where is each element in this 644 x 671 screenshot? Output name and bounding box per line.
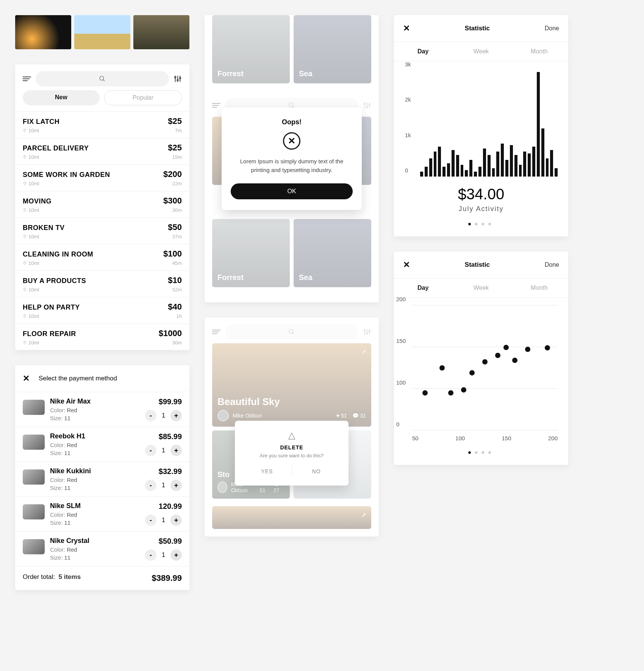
svg-line-1	[103, 80, 105, 81]
task-row[interactable]: MOVING$30010ml30m	[15, 191, 189, 217]
share-icon[interactable]: ↗	[361, 349, 366, 356]
tab-day[interactable]: Day	[394, 278, 452, 297]
bar	[550, 150, 553, 177]
task-row[interactable]: HELP ON PARTY$4010ml1h	[15, 297, 189, 324]
qty-value: 1	[162, 447, 165, 454]
task-row[interactable]: FIX LATCH$2510ml7m	[15, 111, 189, 138]
qty-minus-button[interactable]: -	[145, 445, 156, 456]
tab-month[interactable]: Month	[510, 42, 568, 61]
close-icon[interactable]: ✕	[403, 260, 410, 270]
done-button[interactable]: Done	[545, 261, 559, 268]
svg-point-13	[25, 262, 25, 263]
bar	[438, 147, 441, 177]
bar	[483, 149, 486, 177]
avatar[interactable]	[217, 410, 229, 421]
product-size: Size: 11	[50, 450, 140, 456]
svg-point-3	[175, 77, 176, 78]
svg-point-12	[25, 236, 25, 236]
task-row[interactable]: PARCEL DELIVERY$2510ml15m	[15, 138, 189, 164]
search-input[interactable]	[225, 324, 358, 339]
scatter-point	[422, 390, 428, 396]
cart-item: Nike Air Max Color: Red Size: 11 $99.99 …	[15, 392, 189, 427]
share-icon[interactable]: ↗	[361, 511, 366, 519]
search-input[interactable]	[36, 71, 169, 86]
pager-dots[interactable]: ●●●●	[394, 449, 568, 456]
scatter-point	[461, 387, 466, 393]
filter-icon[interactable]	[363, 328, 371, 336]
gallery-card[interactable]: Forrest	[212, 15, 290, 83]
menu-icon[interactable]	[212, 330, 220, 334]
svg-point-32	[369, 330, 370, 332]
search-icon	[99, 75, 106, 82]
bar	[456, 155, 459, 177]
qty-minus-button[interactable]: -	[145, 515, 156, 526]
yes-button[interactable]: YES	[242, 466, 292, 477]
bar	[461, 165, 464, 177]
tab-day[interactable]: Day	[394, 42, 452, 61]
tab-new[interactable]: New	[23, 90, 100, 105]
bar	[510, 145, 513, 177]
thumb-bokeh[interactable]	[15, 15, 71, 49]
pager-dots[interactable]: ●●●●	[394, 221, 568, 227]
tab-month[interactable]: Month	[510, 278, 568, 297]
qty-minus-button[interactable]: -	[145, 549, 156, 561]
gallery-card[interactable]: ↗	[212, 506, 371, 529]
qty-plus-button[interactable]: +	[170, 515, 182, 526]
scatter-point	[469, 370, 475, 375]
oops-modal: Oops! ✕ Lorem Ipsum is simply dummy text…	[222, 108, 362, 210]
thumb-field[interactable]	[74, 15, 130, 49]
task-row[interactable]: BROKEN TV$5010ml37m	[15, 217, 189, 244]
search-icon	[288, 328, 295, 335]
qty-plus-button[interactable]: +	[170, 445, 182, 456]
qty-minus-button[interactable]: -	[145, 410, 156, 421]
gridline	[412, 430, 558, 430]
bar	[425, 167, 428, 177]
qty-plus-button[interactable]: +	[170, 480, 182, 491]
delete-modal: △ DELETE Are you sure want to do this? Y…	[235, 421, 349, 486]
bar	[478, 167, 481, 177]
qty-minus-button[interactable]: -	[145, 480, 156, 491]
tab-week[interactable]: Week	[452, 278, 510, 297]
close-icon[interactable]: ✕	[23, 374, 30, 383]
done-button[interactable]: Done	[545, 25, 559, 32]
no-button[interactable]: NO	[292, 466, 341, 477]
gallery-card-large[interactable]: ↗ Beautiful Sky Mike Oldsun ♥ 51💬 31	[212, 343, 371, 427]
bar	[519, 165, 522, 177]
bar	[523, 152, 526, 177]
bar-chart: 01k2k3k	[405, 70, 558, 177]
bar	[528, 153, 531, 177]
svg-point-7	[180, 77, 181, 79]
tab-week[interactable]: Week	[452, 42, 510, 61]
product-image	[23, 539, 45, 554]
product-name: Nike Crystal	[50, 537, 140, 545]
task-row[interactable]: CLEANING IN ROOM$10010ml45m	[15, 244, 189, 271]
menu-icon[interactable]	[212, 103, 220, 108]
order-total-count: 5 items	[59, 573, 81, 580]
y-tick-label: 0	[396, 421, 399, 427]
close-icon[interactable]: ✕	[403, 23, 410, 33]
product-price: $50.99	[159, 537, 182, 546]
product-color: Color: Red	[50, 407, 140, 413]
task-row[interactable]: FLOOR REPAIR$100010ml30m	[15, 324, 189, 350]
filter-icon[interactable]	[363, 101, 371, 109]
task-row[interactable]: BUY A PRODUCTS$1010ml52m	[15, 271, 189, 297]
thumb-rock[interactable]	[133, 15, 189, 49]
avatar[interactable]	[217, 482, 227, 493]
product-image	[23, 469, 45, 485]
qty-plus-button[interactable]: +	[170, 410, 182, 421]
menu-icon[interactable]	[23, 77, 31, 81]
gallery-card[interactable]: Forrest	[212, 219, 290, 287]
filter-icon[interactable]	[174, 75, 182, 83]
tab-popular[interactable]: Popular	[104, 90, 182, 105]
qty-value: 1	[162, 552, 165, 558]
ok-button[interactable]: OK	[231, 183, 353, 199]
cart-screen: ✕ Select the payment method Nike Air Max…	[15, 365, 189, 590]
bar	[537, 72, 540, 177]
task-time: 30m	[172, 207, 182, 213]
gallery-card[interactable]: Sea	[294, 219, 371, 287]
task-row[interactable]: SOME WORK IN GARDEN$20010ml22m	[15, 164, 189, 191]
task-location: 10ml	[23, 154, 39, 160]
qty-plus-button[interactable]: +	[170, 549, 182, 561]
gallery-card[interactable]: Sea	[294, 15, 371, 83]
svg-point-22	[366, 106, 368, 108]
